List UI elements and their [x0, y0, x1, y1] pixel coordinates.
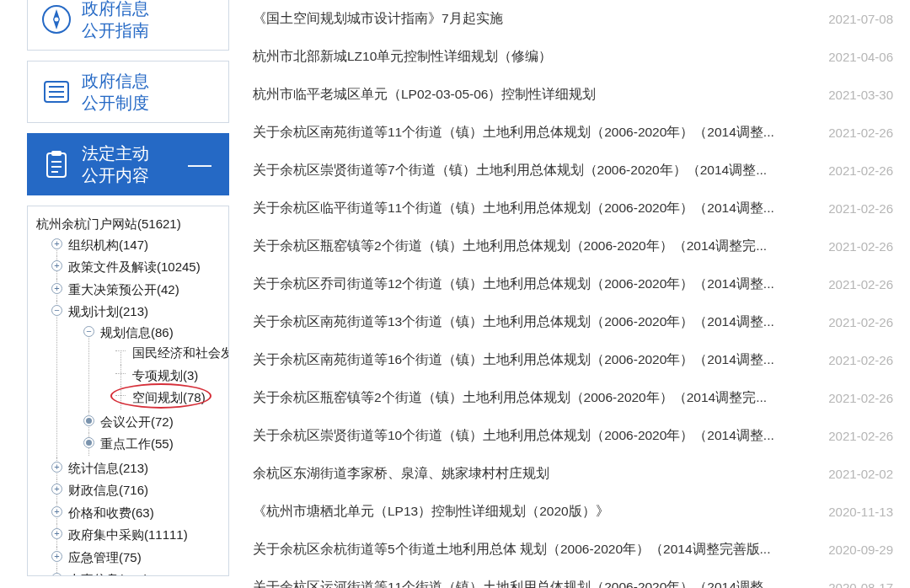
- list-row[interactable]: 关于余杭区南苑街道等16个街道（镇）土地利用总体规划（2006-2020年）（2…: [253, 341, 893, 379]
- tree-node[interactable]: 空间规划(78): [115, 387, 225, 409]
- list-icon: [40, 75, 73, 109]
- tree-node[interactable]: 重点工作(55): [83, 433, 225, 456]
- tree-node-label: 财政信息(716): [68, 483, 148, 497]
- tree-node[interactable]: +人事信息(144): [51, 569, 225, 576]
- list-row-date: 2020-09-29: [811, 543, 893, 557]
- list-row-title: 关于余杭区余杭街道等5个街道土地利用总体 规划（2006-2020年）（2014…: [253, 541, 770, 559]
- list-row-title: 关于余杭区南苑街道等13个街道（镇）土地利用总体规划（2006-2020年）（2…: [253, 313, 774, 331]
- svg-rect-8: [51, 151, 62, 156]
- node-icon: [83, 437, 94, 448]
- tree-node[interactable]: +价格和收费(63): [51, 502, 225, 525]
- list-row[interactable]: 关于余杭区南苑街道等13个街道（镇）土地利用总体规划（2006-2020年）（2…: [253, 303, 893, 341]
- expand-icon[interactable]: +: [51, 506, 62, 517]
- tree-node-label: 规划信息(86): [100, 325, 174, 339]
- article-list: 《国土空间规划城市设计指南》7月起实施2021-07-08杭州市北部新城LZ10…: [236, 0, 910, 588]
- card-guide[interactable]: 政府信息 公开指南: [27, 0, 229, 51]
- tree-node[interactable]: +政策文件及解读(10245): [51, 256, 225, 279]
- list-row-date: 2021-02-26: [811, 353, 893, 367]
- expand-icon[interactable]: +: [51, 484, 62, 494]
- list-row-title: 关于余杭区崇贤街道等10个街道（镇）土地利用总体规划（2006-2020年）（2…: [253, 427, 774, 445]
- node-icon: [83, 415, 94, 426]
- tree-node[interactable]: 会议公开(72): [83, 411, 225, 434]
- compass-icon: [40, 3, 73, 36]
- list-row-title: 关于余杭区瓶窑镇等2个街道（镇）土地利用总体规划（2006-2020年）（201…: [253, 389, 767, 407]
- svg-rect-7: [47, 153, 66, 177]
- list-row-date: 2021-02-26: [811, 239, 893, 254]
- expand-icon[interactable]: +: [51, 528, 62, 539]
- card-system[interactable]: 政府信息 公开制度: [27, 61, 229, 123]
- list-row-date: 2021-07-08: [811, 12, 893, 26]
- tree-root-label: 杭州余杭门户网站(51621): [36, 216, 181, 231]
- tree-panel[interactable]: 杭州余杭门户网站(51621)+组织机构(147)+政策文件及解读(10245)…: [27, 206, 229, 576]
- list-row-date: 2021-02-26: [811, 315, 893, 329]
- leaf-connector: [115, 395, 126, 396]
- list-row[interactable]: 余杭区东湖街道李家桥、泉漳、姚家埭村村庄规划2021-02-02: [253, 455, 893, 493]
- tree-root-node[interactable]: 杭州余杭门户网站(51621)+组织机构(147)+政策文件及解读(10245)…: [33, 213, 225, 576]
- list-row-date: 2020-08-17: [811, 580, 893, 588]
- card-statutory[interactable]: 法定主动 公开内容 —: [27, 133, 229, 195]
- list-row-date: 2021-02-02: [811, 467, 893, 481]
- tree-node-label: 重点工作(55): [100, 436, 174, 451]
- list-row-date: 2021-02-26: [811, 429, 893, 443]
- list-row-title: 杭州市临平老城区单元（LP02-03-05-06）控制性详细规划: [253, 86, 596, 104]
- tree-node[interactable]: +组织机构(147): [51, 234, 225, 257]
- minus-icon[interactable]: —: [188, 151, 217, 178]
- tree-node-label: 会议公开(72): [100, 414, 174, 429]
- list-row[interactable]: 关于余杭区余杭街道等5个街道土地利用总体 规划（2006-2020年）（2014…: [253, 531, 893, 569]
- expand-icon[interactable]: +: [51, 573, 62, 576]
- list-row[interactable]: 关于余杭区崇贤街道等10个街道（镇）土地利用总体规划（2006-2020年）（2…: [253, 417, 893, 455]
- list-row-date: 2021-02-26: [811, 201, 893, 216]
- expand-icon[interactable]: +: [51, 551, 62, 562]
- leaf-connector: [115, 373, 126, 374]
- list-row[interactable]: 关于余杭区崇贤街道等7个街道（镇）土地利用总体规划（2006-2020年）（20…: [253, 152, 893, 190]
- tree-node[interactable]: −规划信息(86)国民经济和社会发展规专项规划(3)空间规划(78): [83, 322, 225, 411]
- list-row[interactable]: 关于余杭区临平街道等11个街道（镇）土地利用总体规划（2006-2020年）（2…: [253, 190, 893, 227]
- list-row[interactable]: 关于余杭区南苑街道等11个街道（镇）土地利用总体规划（2006-2020年）（2…: [253, 114, 893, 152]
- tree-node[interactable]: +财政信息(716): [51, 479, 225, 502]
- list-row-date: 2020-11-13: [811, 505, 893, 519]
- tree-node-label: 国民经济和社会发展规: [132, 345, 229, 360]
- tree-node-label: 重大决策预公开(42): [68, 282, 179, 297]
- expand-icon[interactable]: +: [51, 283, 62, 294]
- list-row-title: 《国土空间规划城市设计指南》7月起实施: [253, 10, 503, 28]
- list-row-title: 关于余杭区南苑街道等16个街道（镇）土地利用总体规划（2006-2020年）（2…: [253, 351, 774, 369]
- list-row[interactable]: 杭州市临平老城区单元（LP02-03-05-06）控制性详细规划2021-03-…: [253, 76, 893, 114]
- tree-node-label: 组织机构(147): [68, 238, 148, 252]
- card-line2: 公开指南: [82, 19, 149, 41]
- tree-node[interactable]: +重大决策预公开(42): [51, 279, 225, 302]
- tree-node[interactable]: 国民经济和社会发展规: [115, 342, 225, 365]
- leaf-connector: [115, 350, 126, 351]
- clipboard-icon: [40, 147, 73, 181]
- tree-node[interactable]: +统计信息(213): [51, 457, 225, 480]
- list-row-title: 关于余杭区崇贤街道等7个街道（镇）土地利用总体规划（2006-2020年）（20…: [253, 162, 767, 179]
- list-row-title: 余杭区东湖街道李家桥、泉漳、姚家埭村村庄规划: [253, 465, 549, 483]
- tree-node-label: 统计信息(213): [68, 461, 148, 475]
- list-row[interactable]: 关于余杭区瓶窑镇等2个街道（镇）土地利用总体规划（2006-2020年）（201…: [253, 227, 893, 265]
- collapse-icon[interactable]: −: [51, 305, 62, 316]
- list-row[interactable]: 关于余杭区运河街道等11个街道（镇）土地利用总体规划（2006-2020年）（2…: [253, 569, 893, 588]
- tree-node[interactable]: −规划计划(213)−规划信息(86)国民经济和社会发展规专项规划(3)空间规划…: [51, 301, 225, 457]
- list-row[interactable]: 关于余杭区瓶窑镇等2个街道（镇）土地利用总体规划（2006-2020年）（201…: [253, 379, 893, 417]
- list-row-title: 关于余杭区临平街道等11个街道（镇）土地利用总体规划（2006-2020年）（2…: [253, 200, 774, 217]
- tree-node-label: 价格和收费(63): [68, 505, 154, 520]
- list-row[interactable]: 《国土空间规划城市设计指南》7月起实施2021-07-08: [253, 0, 893, 38]
- tree-node[interactable]: +应急管理(75): [51, 547, 225, 569]
- tree-node[interactable]: 专项规划(3): [115, 365, 225, 388]
- list-row-date: 2021-02-26: [811, 391, 893, 405]
- tree-node[interactable]: +政府集中采购(11111): [51, 524, 225, 547]
- expand-icon[interactable]: +: [51, 462, 62, 473]
- tree-node-label: 人事信息(144): [68, 572, 148, 576]
- collapse-icon[interactable]: −: [83, 326, 94, 337]
- list-row[interactable]: 《杭州市塘栖北单元（LP13）控制性详细规划（2020版）》2020-11-13: [253, 493, 893, 531]
- sidebar: 政府信息 公开指南 政府信息 公开制度: [0, 0, 236, 588]
- nav-tree: 杭州余杭门户网站(51621)+组织机构(147)+政策文件及解读(10245)…: [31, 213, 225, 576]
- expand-icon[interactable]: +: [51, 260, 62, 271]
- tree-node-label: 政策文件及解读(10245): [68, 259, 201, 274]
- expand-icon[interactable]: +: [51, 238, 62, 249]
- list-row-date: 2021-04-06: [811, 50, 893, 64]
- list-row-date: 2021-02-26: [811, 163, 893, 178]
- list-row[interactable]: 杭州市北部新城LZ10单元控制性详细规划（修编）2021-04-06: [253, 38, 893, 76]
- list-row[interactable]: 关于余杭区乔司街道等12个街道（镇）土地利用总体规划（2006-2020年）（2…: [253, 265, 893, 303]
- list-row-date: 2021-03-30: [811, 88, 893, 102]
- tree-node-label: 应急管理(75): [68, 550, 142, 564]
